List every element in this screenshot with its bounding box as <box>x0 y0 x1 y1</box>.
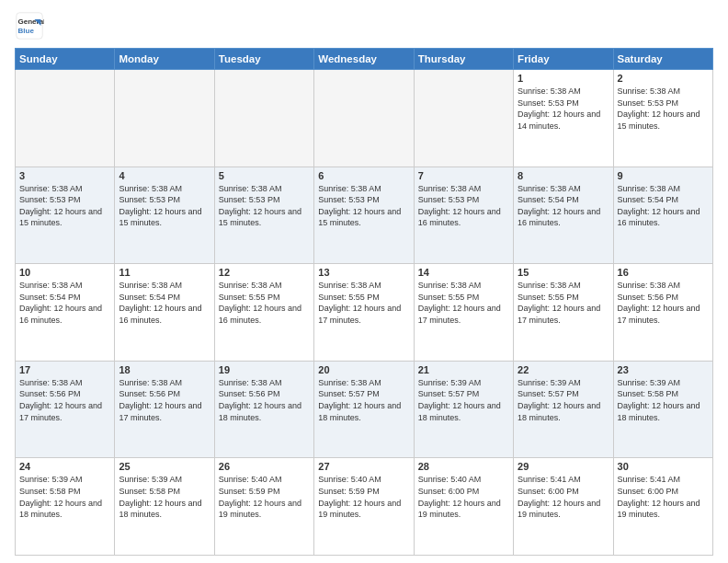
day-number: 18 <box>119 364 210 375</box>
weekday-header-wednesday: Wednesday <box>314 49 414 70</box>
day-cell: 18Sunrise: 5:38 AM Sunset: 5:56 PM Dayli… <box>115 361 214 458</box>
day-cell: 19Sunrise: 5:38 AM Sunset: 5:56 PM Dayli… <box>214 361 313 458</box>
day-cell: 20Sunrise: 5:38 AM Sunset: 5:57 PM Dayli… <box>314 361 414 458</box>
page: General Blue SundayMondayTuesdayWednesda… <box>0 0 728 563</box>
day-number: 1 <box>518 73 609 84</box>
day-info: Sunrise: 5:38 AM Sunset: 5:56 PM Dayligh… <box>119 377 210 423</box>
day-info: Sunrise: 5:38 AM Sunset: 5:56 PM Dayligh… <box>618 280 709 326</box>
day-info: Sunrise: 5:40 AM Sunset: 5:59 PM Dayligh… <box>318 474 409 520</box>
day-info: Sunrise: 5:38 AM Sunset: 5:55 PM Dayligh… <box>418 280 509 326</box>
day-info: Sunrise: 5:38 AM Sunset: 5:53 PM Dayligh… <box>318 183 409 229</box>
day-info: Sunrise: 5:38 AM Sunset: 5:55 PM Dayligh… <box>219 280 310 326</box>
calendar-table: SundayMondayTuesdayWednesdayThursdayFrid… <box>15 48 713 556</box>
day-cell: 25Sunrise: 5:39 AM Sunset: 5:58 PM Dayli… <box>115 458 214 556</box>
day-cell: 28Sunrise: 5:40 AM Sunset: 6:00 PM Dayli… <box>414 458 513 556</box>
day-cell: 6Sunrise: 5:38 AM Sunset: 5:53 PM Daylig… <box>314 167 414 264</box>
day-number: 24 <box>19 461 110 472</box>
day-info: Sunrise: 5:38 AM Sunset: 5:53 PM Dayligh… <box>219 183 310 229</box>
weekday-header-friday: Friday <box>514 49 613 70</box>
day-info: Sunrise: 5:41 AM Sunset: 6:00 PM Dayligh… <box>618 474 709 520</box>
weekday-header-sunday: Sunday <box>16 49 115 70</box>
day-number: 13 <box>318 267 409 278</box>
day-cell: 5Sunrise: 5:38 AM Sunset: 5:53 PM Daylig… <box>214 167 313 264</box>
day-cell: 27Sunrise: 5:40 AM Sunset: 5:59 PM Dayli… <box>314 458 414 556</box>
day-cell: 22Sunrise: 5:39 AM Sunset: 5:57 PM Dayli… <box>514 361 613 458</box>
day-info: Sunrise: 5:38 AM Sunset: 5:53 PM Dayligh… <box>19 183 110 229</box>
day-cell <box>314 70 414 167</box>
day-cell: 9Sunrise: 5:38 AM Sunset: 5:54 PM Daylig… <box>613 167 712 264</box>
day-info: Sunrise: 5:39 AM Sunset: 5:58 PM Dayligh… <box>119 474 210 520</box>
day-cell: 23Sunrise: 5:39 AM Sunset: 5:58 PM Dayli… <box>613 361 712 458</box>
day-cell: 16Sunrise: 5:38 AM Sunset: 5:56 PM Dayli… <box>613 264 712 362</box>
day-info: Sunrise: 5:39 AM Sunset: 5:57 PM Dayligh… <box>518 377 609 423</box>
day-info: Sunrise: 5:41 AM Sunset: 6:00 PM Dayligh… <box>518 474 609 520</box>
day-info: Sunrise: 5:39 AM Sunset: 5:58 PM Dayligh… <box>618 377 709 423</box>
day-number: 17 <box>19 364 110 375</box>
day-cell: 11Sunrise: 5:38 AM Sunset: 5:54 PM Dayli… <box>115 264 214 362</box>
week-row-1: 1Sunrise: 5:38 AM Sunset: 5:53 PM Daylig… <box>16 70 713 167</box>
day-number: 8 <box>518 170 609 181</box>
day-number: 14 <box>418 267 509 278</box>
week-row-2: 3Sunrise: 5:38 AM Sunset: 5:53 PM Daylig… <box>16 167 713 264</box>
day-number: 29 <box>518 461 609 472</box>
day-number: 2 <box>618 73 709 84</box>
day-cell: 21Sunrise: 5:39 AM Sunset: 5:57 PM Dayli… <box>414 361 513 458</box>
day-number: 30 <box>618 461 709 472</box>
day-number: 25 <box>119 461 210 472</box>
day-cell: 29Sunrise: 5:41 AM Sunset: 6:00 PM Dayli… <box>514 458 613 556</box>
weekday-header-thursday: Thursday <box>414 49 513 70</box>
week-row-4: 17Sunrise: 5:38 AM Sunset: 5:56 PM Dayli… <box>16 361 713 458</box>
day-cell: 4Sunrise: 5:38 AM Sunset: 5:53 PM Daylig… <box>115 167 214 264</box>
day-number: 5 <box>219 170 310 181</box>
logo: General Blue <box>15 11 44 40</box>
day-cell: 30Sunrise: 5:41 AM Sunset: 6:00 PM Dayli… <box>613 458 712 556</box>
day-info: Sunrise: 5:39 AM Sunset: 5:58 PM Dayligh… <box>19 474 110 520</box>
day-cell <box>414 70 513 167</box>
day-number: 16 <box>618 267 709 278</box>
day-cell: 10Sunrise: 5:38 AM Sunset: 5:54 PM Dayli… <box>16 264 115 362</box>
day-info: Sunrise: 5:38 AM Sunset: 5:55 PM Dayligh… <box>518 280 609 326</box>
day-info: Sunrise: 5:38 AM Sunset: 5:54 PM Dayligh… <box>19 280 110 326</box>
weekday-header-monday: Monday <box>115 49 214 70</box>
day-number: 19 <box>219 364 310 375</box>
day-number: 26 <box>219 461 310 472</box>
day-info: Sunrise: 5:38 AM Sunset: 5:53 PM Dayligh… <box>618 86 709 132</box>
day-cell: 26Sunrise: 5:40 AM Sunset: 5:59 PM Dayli… <box>214 458 313 556</box>
day-info: Sunrise: 5:40 AM Sunset: 5:59 PM Dayligh… <box>219 474 310 520</box>
day-number: 22 <box>518 364 609 375</box>
day-number: 12 <box>219 267 310 278</box>
week-row-3: 10Sunrise: 5:38 AM Sunset: 5:54 PM Dayli… <box>16 264 713 362</box>
day-info: Sunrise: 5:38 AM Sunset: 5:56 PM Dayligh… <box>219 377 310 423</box>
day-cell: 17Sunrise: 5:38 AM Sunset: 5:56 PM Dayli… <box>16 361 115 458</box>
header: General Blue <box>15 11 713 40</box>
day-number: 10 <box>19 267 110 278</box>
day-cell: 24Sunrise: 5:39 AM Sunset: 5:58 PM Dayli… <box>16 458 115 556</box>
day-number: 15 <box>518 267 609 278</box>
day-number: 11 <box>119 267 210 278</box>
day-cell: 1Sunrise: 5:38 AM Sunset: 5:53 PM Daylig… <box>514 70 613 167</box>
day-number: 20 <box>318 364 409 375</box>
day-info: Sunrise: 5:38 AM Sunset: 5:53 PM Dayligh… <box>119 183 210 229</box>
day-cell: 14Sunrise: 5:38 AM Sunset: 5:55 PM Dayli… <box>414 264 513 362</box>
weekday-header-saturday: Saturday <box>613 49 712 70</box>
day-number: 6 <box>318 170 409 181</box>
day-info: Sunrise: 5:39 AM Sunset: 5:57 PM Dayligh… <box>418 377 509 423</box>
day-info: Sunrise: 5:38 AM Sunset: 5:57 PM Dayligh… <box>318 377 409 423</box>
day-cell: 13Sunrise: 5:38 AM Sunset: 5:55 PM Dayli… <box>314 264 414 362</box>
day-cell <box>115 70 214 167</box>
day-number: 4 <box>119 170 210 181</box>
week-row-5: 24Sunrise: 5:39 AM Sunset: 5:58 PM Dayli… <box>16 458 713 556</box>
day-cell: 7Sunrise: 5:38 AM Sunset: 5:53 PM Daylig… <box>414 167 513 264</box>
day-info: Sunrise: 5:38 AM Sunset: 5:54 PM Dayligh… <box>119 280 210 326</box>
day-cell: 15Sunrise: 5:38 AM Sunset: 5:55 PM Dayli… <box>514 264 613 362</box>
day-number: 21 <box>418 364 509 375</box>
day-info: Sunrise: 5:38 AM Sunset: 5:53 PM Dayligh… <box>418 183 509 229</box>
day-number: 23 <box>618 364 709 375</box>
day-number: 27 <box>318 461 409 472</box>
day-cell: 3Sunrise: 5:38 AM Sunset: 5:53 PM Daylig… <box>16 167 115 264</box>
day-number: 28 <box>418 461 509 472</box>
day-cell: 2Sunrise: 5:38 AM Sunset: 5:53 PM Daylig… <box>613 70 712 167</box>
day-info: Sunrise: 5:38 AM Sunset: 5:54 PM Dayligh… <box>518 183 609 229</box>
day-number: 7 <box>418 170 509 181</box>
day-cell: 12Sunrise: 5:38 AM Sunset: 5:55 PM Dayli… <box>214 264 313 362</box>
